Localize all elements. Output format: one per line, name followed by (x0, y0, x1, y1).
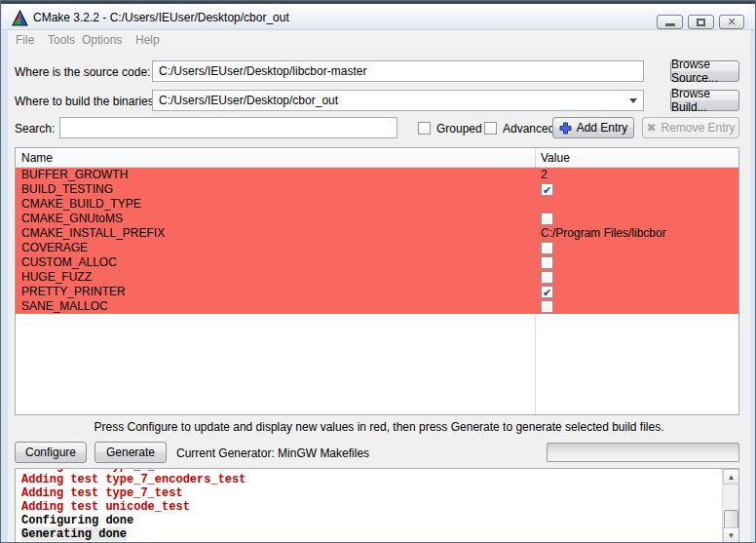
table-row[interactable]: HUGE_FUZZ (16, 270, 738, 285)
remove-entry-label: Remove Entry (662, 121, 736, 135)
cache-entry-value[interactable]: C:/Program Files/libcbor (535, 226, 738, 241)
menu-bar: File Tools Options Help (8, 30, 750, 50)
log-scrollbar[interactable]: ▲ ▼ (722, 469, 738, 543)
combo-dropdown-icon[interactable] (629, 98, 637, 103)
log-line: Generating done (21, 527, 719, 541)
table-row[interactable]: BUILD_TESTING✔ (16, 182, 738, 197)
output-log[interactable]: Adding test type_6_testAdding test type_… (15, 468, 739, 543)
close-button[interactable]: ✕ (719, 15, 744, 29)
cache-entry-name[interactable]: BUFFER_GROWTH (16, 168, 535, 182)
generate-button[interactable]: Generate (94, 442, 167, 463)
value-checkbox-checked[interactable]: ✔ (541, 183, 553, 196)
maximize-button[interactable] (688, 15, 714, 29)
generate-label: Generate (106, 446, 155, 459)
menu-tools[interactable]: Tools (48, 33, 75, 47)
remove-entry-button[interactable]: ✖ Remove Entry (642, 117, 739, 138)
cache-entry-name[interactable]: CUSTOM_ALLOC (16, 255, 535, 270)
cmake-window: CMake 3.2.2 - C:/Users/IEUser/Desktop/cb… (0, 0, 756, 543)
log-lines: Adding test type_6_testAdding test type_… (21, 468, 719, 541)
table-row[interactable]: SANE_MALLOC (16, 299, 738, 314)
table-row[interactable]: CMAKE_INSTALL_PREFIXC:/Program Files/lib… (16, 226, 738, 241)
close-icon: ✕ (727, 17, 736, 27)
cache-entry-name[interactable]: BUILD_TESTING (16, 182, 535, 197)
cache-entry-value[interactable] (535, 255, 738, 270)
menu-help[interactable]: Help (135, 33, 160, 47)
table-row[interactable]: BUFFER_GROWTH2 (16, 168, 738, 182)
scroll-up-icon[interactable]: ▲ (723, 469, 739, 485)
table-row[interactable]: CMAKE_GNUtoMS (16, 212, 738, 226)
search-input[interactable] (59, 117, 397, 138)
build-path-combobox[interactable] (152, 90, 644, 111)
cache-entry-value[interactable]: ✔ (535, 182, 738, 197)
progress-bar (547, 443, 739, 462)
cache-table-header[interactable]: Name Value (16, 148, 738, 168)
cache-entry-value[interactable] (535, 299, 738, 314)
table-row[interactable]: CMAKE_BUILD_TYPE (16, 197, 738, 212)
configure-button[interactable]: Configure (15, 442, 87, 463)
value-checkbox[interactable] (541, 256, 553, 269)
cmake-logo-icon (12, 10, 28, 26)
column-header-name[interactable]: Name (21, 151, 53, 165)
add-entry-button[interactable]: Add Entry (552, 117, 634, 138)
cache-entry-value[interactable] (535, 241, 738, 255)
table-row[interactable]: PRETTY_PRINTER✔ (16, 285, 738, 299)
table-row[interactable]: COVERAGE (16, 241, 738, 255)
maximize-icon (697, 19, 705, 26)
build-binaries-label: Where to build the binaries: (15, 95, 157, 108)
menu-options[interactable]: Options (82, 33, 122, 47)
cache-entry-value[interactable] (535, 212, 738, 226)
browse-build-button[interactable]: Browse Build... (670, 90, 739, 111)
advanced-label: Advanced (503, 122, 554, 136)
value-checkbox[interactable] (541, 271, 553, 284)
value-checkbox[interactable] (541, 242, 553, 254)
cache-entry-value[interactable] (535, 197, 738, 212)
minimize-icon (665, 23, 675, 26)
configure-hint-text: Press Configure to update and display ne… (1, 420, 756, 434)
search-label: Search: (15, 122, 55, 136)
window-title: CMake 3.2.2 - C:/Users/IEUser/Desktop/cb… (33, 11, 289, 24)
table-row[interactable]: CUSTOM_ALLOC (16, 255, 738, 270)
cache-entry-name[interactable]: CMAKE_INSTALL_PREFIX (16, 226, 535, 241)
cache-entry-name[interactable]: CMAKE_BUILD_TYPE (16, 197, 535, 212)
value-checkbox-checked[interactable]: ✔ (541, 286, 553, 298)
cache-entry-name[interactable]: CMAKE_GNUtoMS (16, 212, 535, 226)
cache-entry-name[interactable]: HUGE_FUZZ (16, 270, 535, 285)
remove-x-icon: ✖ (646, 122, 656, 134)
cache-entry-value[interactable] (535, 270, 738, 285)
value-checkbox[interactable] (541, 213, 553, 225)
column-header-value[interactable]: Value (541, 151, 570, 165)
value-checkbox[interactable] (541, 300, 553, 313)
browse-source-label: Browse Source... (671, 58, 738, 85)
cache-entry-name[interactable]: SANE_MALLOC (16, 299, 535, 314)
log-line: Adding test type_7_encoders_test (21, 473, 719, 486)
menu-file[interactable]: File (16, 33, 34, 47)
cache-entry-value[interactable]: ✔ (535, 285, 738, 299)
source-path-input[interactable] (152, 60, 644, 82)
cache-table[interactable]: Name Value BUFFER_GROWTH2BUILD_TESTING✔C… (15, 147, 739, 415)
add-entry-label: Add Entry (577, 121, 628, 135)
cache-entry-name[interactable]: COVERAGE (16, 241, 535, 255)
title-bar[interactable]: CMake 3.2.2 - C:/Users/IEUser/Desktop/cb… (2, 4, 756, 30)
grouped-label: Grouped (436, 122, 482, 136)
grouped-checkbox[interactable] (418, 122, 431, 135)
log-line: Adding test unicode_test (21, 500, 719, 514)
cache-rows: BUFFER_GROWTH2BUILD_TESTING✔CMAKE_BUILD_… (16, 168, 738, 414)
scroll-down-icon[interactable]: ▼ (723, 527, 739, 543)
current-generator-label: Current Generator: MinGW Makefiles (176, 446, 369, 460)
minimize-button[interactable] (657, 15, 683, 29)
configure-label: Configure (25, 446, 76, 459)
log-line: Adding test type_7_test (21, 486, 719, 500)
browse-build-label: Browse Build... (671, 87, 738, 114)
source-code-label: Where is the source code: (15, 65, 150, 79)
cache-entry-value[interactable]: 2 (535, 168, 738, 182)
log-line: Configuring done (21, 514, 719, 527)
add-plus-icon (559, 122, 572, 135)
browse-source-button[interactable]: Browse Source... (670, 60, 739, 82)
cache-entry-name[interactable]: PRETTY_PRINTER (16, 285, 535, 299)
advanced-checkbox[interactable] (484, 122, 497, 135)
